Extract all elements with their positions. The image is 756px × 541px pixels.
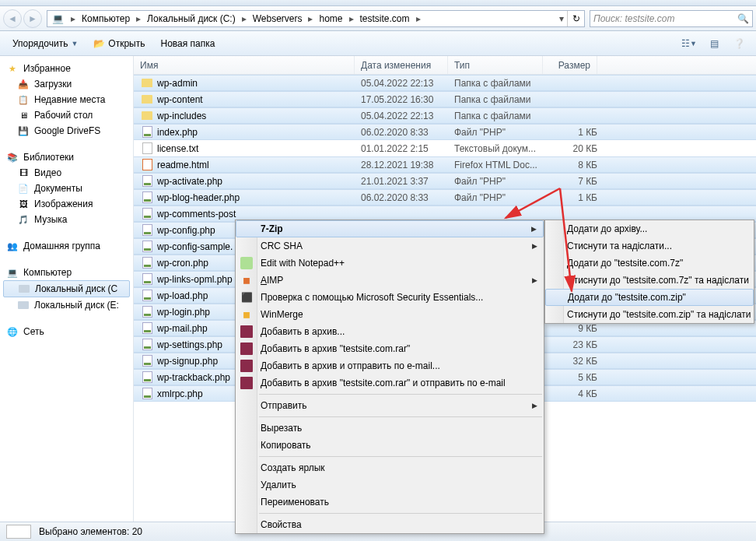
breadcrumb[interactable]: 💻 ▸ Компьютер▸ Локальный диск (C:)▸ Webs…: [47, 10, 585, 27]
context-menu: 7-Zip▶CRC SHA▶Edit with Notepad++◼AIMP▶⬛…: [235, 220, 544, 534]
sidebar-item-documents[interactable]: 📄Документы: [3, 181, 130, 196]
sidebar-item-gdrive[interactable]: 💾Google DriveFS: [3, 123, 130, 139]
context-menu-item[interactable]: 7-Zip▶: [236, 220, 544, 237]
search-input[interactable]: Поиск: testsite.com 🔍: [590, 10, 753, 27]
file-date: 05.04.2022 22:13: [361, 78, 454, 89]
file-name: readme.html: [157, 160, 361, 170]
status-text: Выбрано элементов: 20: [39, 526, 142, 537]
chevron-right-icon[interactable]: ▸: [239, 13, 250, 24]
breadcrumb-segment[interactable]: testsite.com: [357, 11, 413, 26]
organize-button[interactable]: Упорядочить ▼: [6, 35, 84, 52]
computer-icon: 💻: [6, 266, 19, 279]
chevron-right-icon[interactable]: ▸: [133, 13, 144, 24]
file-type: Файл "PHP": [454, 192, 549, 203]
submenu-item[interactable]: Стиснути та надіслати...: [545, 237, 754, 255]
downloads-icon: 📥: [17, 78, 30, 90]
winrar-icon: [240, 360, 253, 372]
nav-forward-button[interactable]: ►: [23, 9, 42, 28]
context-menu-item[interactable]: Переименовать: [236, 494, 544, 511]
submenu-item[interactable]: Додати до архіву...: [545, 220, 754, 237]
column-header-date[interactable]: Дата изменения: [355, 56, 448, 74]
aimp-icon: ◼: [240, 274, 253, 286]
column-header-name[interactable]: Имя: [134, 56, 355, 74]
sidebar: ★Избранное 📥Загрузки 📋Недавние места 🖥Ра…: [0, 56, 134, 522]
sidebar-item-drive-e[interactable]: Локальный диск (E:: [3, 297, 130, 313]
star-icon: ★: [6, 62, 19, 75]
php-icon: [140, 290, 154, 302]
sidebar-item-pictures[interactable]: 🖼Изображения: [3, 196, 130, 212]
preview-pane-button[interactable]: ▤: [703, 35, 725, 52]
context-menu-item[interactable]: Добавить в архив "testsite.com.rar" и от…: [236, 374, 544, 392]
file-name: wp-content: [157, 94, 361, 105]
pictures-icon: 🖼: [17, 198, 30, 210]
file-row[interactable]: wp-admin 05.04.2022 22:13 Папка с файлам…: [134, 75, 756, 91]
context-menu-item[interactable]: Добавить в архив...: [236, 323, 544, 340]
context-menu-item[interactable]: ◼WinMerge: [236, 306, 544, 323]
context-menu-item[interactable]: Edit with Notepad++: [236, 255, 544, 272]
chevron-right-icon[interactable]: ▸: [346, 13, 357, 24]
open-button[interactable]: 📂Открыть: [87, 35, 151, 52]
file-type: Папка с файлами: [454, 111, 549, 121]
sidebar-item-downloads[interactable]: 📥Загрузки: [3, 76, 130, 92]
breadcrumb-segment[interactable]: home: [316, 11, 345, 26]
php-icon: [140, 371, 154, 384]
file-row[interactable]: index.php 06.02.2020 8:33 Файл "PHP" 1 К…: [134, 124, 756, 140]
breadcrumb-segment[interactable]: Локальный диск (C:): [144, 11, 239, 26]
submenu-item[interactable]: Додати до "testsite.com.zip": [545, 289, 754, 306]
sidebar-item-desktop[interactable]: 🖥Рабочий стол: [3, 107, 130, 123]
submenu-item[interactable]: Стиснути до "testsite.com.zip" та надісл…: [545, 306, 754, 323]
file-row[interactable]: license.txt 01.01.2022 2:15 Текстовый до…: [134, 140, 756, 156]
chevron-right-icon[interactable]: ▸: [413, 13, 424, 24]
help-button[interactable]: ❔: [728, 35, 750, 52]
new-folder-button[interactable]: Новая папка: [154, 35, 221, 52]
open-icon: 📂: [93, 38, 105, 49]
sidebar-libraries-header[interactable]: 📚Библиотеки: [3, 149, 130, 165]
breadcrumb-segment[interactable]: Webservers: [250, 11, 306, 26]
file-row[interactable]: wp-includes 05.04.2022 22:13 Папка с фай…: [134, 107, 756, 124]
sidebar-item-music[interactable]: 🎵Музыка: [3, 212, 130, 227]
desktop-icon: 🖥: [17, 109, 30, 121]
column-header-size[interactable]: Размер: [543, 56, 597, 74]
view-button[interactable]: ☷ ▼: [678, 35, 700, 52]
context-menu-item[interactable]: Отправить▶: [236, 397, 544, 414]
file-row[interactable]: wp-blog-header.php 06.02.2020 8:33 Файл …: [134, 189, 756, 206]
sidebar-item-videos[interactable]: 🎞Видео: [3, 165, 130, 181]
sidebar-computer-header[interactable]: 💻Компьютер: [3, 265, 130, 280]
context-menu-item[interactable]: Вырезать: [236, 420, 544, 437]
sidebar-homegroup-header[interactable]: 👥Домашняя группа: [3, 238, 130, 254]
chevron-right-icon[interactable]: ▸: [68, 13, 79, 24]
context-menu-item[interactable]: Создать ярлык: [236, 459, 544, 476]
php-icon: [140, 224, 154, 237]
context-menu-item[interactable]: CRC SHA▶: [236, 237, 544, 255]
context-menu-item[interactable]: Копировать: [236, 437, 544, 454]
sidebar-item-drive-c[interactable]: Локальный диск (C: [3, 280, 130, 297]
homegroup-icon: 👥: [6, 240, 19, 252]
status-thumbnail: [6, 525, 31, 539]
submenu-item[interactable]: Стиснути до "testsite.com.7z" та надісла…: [545, 272, 754, 289]
chevron-right-icon[interactable]: ▸: [305, 13, 316, 24]
submenu-item[interactable]: Додати до "testsite.com.7z": [545, 255, 754, 272]
context-menu-item[interactable]: ⬛Проверка с помощью Microsoft Security E…: [236, 289, 544, 306]
sidebar-item-recent[interactable]: 📋Недавние места: [3, 92, 130, 107]
chevron-down-icon[interactable]: ▾: [556, 13, 567, 24]
nav-back-button[interactable]: ◄: [3, 9, 22, 28]
breadcrumb-segment[interactable]: Компьютер: [79, 11, 133, 26]
context-menu-item[interactable]: ◼AIMP▶: [236, 272, 544, 289]
context-menu-item[interactable]: Добавить в архив "testsite.com.rar": [236, 340, 544, 357]
context-menu-item[interactable]: Добавить в архив и отправить по e-mail..…: [236, 357, 544, 374]
column-headers: Имя Дата изменения Тип Размер: [134, 56, 756, 75]
refresh-button[interactable]: ↻: [567, 11, 584, 26]
file-type: Файл "PHP": [454, 127, 549, 138]
php-icon: [140, 273, 154, 286]
file-row[interactable]: wp-content 17.05.2022 16:30 Папка с файл…: [134, 91, 756, 107]
context-menu-item[interactable]: Свойства: [236, 516, 544, 533]
column-header-type[interactable]: Тип: [448, 56, 543, 74]
php-icon: [140, 322, 154, 335]
file-row[interactable]: wp-activate.php 21.01.2021 3:37 Файл "PH…: [134, 173, 756, 189]
context-menu-item[interactable]: Удалить: [236, 476, 544, 494]
folder-icon: [140, 77, 154, 90]
file-row[interactable]: readme.html 28.12.2021 19:38 Firefox HTM…: [134, 156, 756, 173]
computer-icon: 💻: [51, 12, 65, 26]
sidebar-network-header[interactable]: 🌐Сеть: [3, 324, 130, 339]
sidebar-favorites-header[interactable]: ★Избранное: [3, 61, 130, 76]
